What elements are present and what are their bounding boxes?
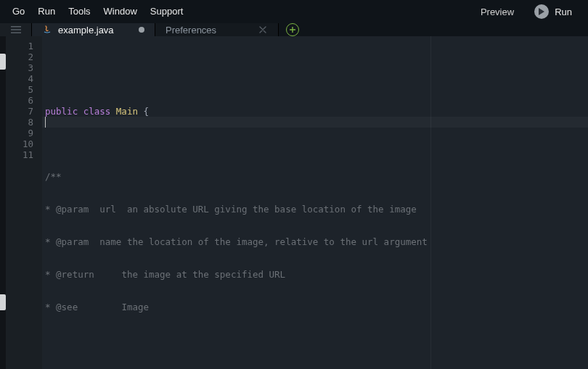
svg-rect-2	[11, 32, 21, 33]
menu-window[interactable]: Window	[97, 0, 144, 23]
preview-label: Preview	[470, 7, 524, 17]
tab-bar: example.java Preferences	[0, 23, 588, 36]
menu-run[interactable]: Run	[31, 0, 62, 23]
hamburger-icon	[11, 25, 21, 34]
code-line: * @param url an absolute URL giving the …	[45, 204, 588, 215]
line-number: 5	[6, 84, 33, 95]
code-line	[45, 138, 588, 149]
active-line-highlight	[42, 117, 588, 128]
tab-title: example.java	[58, 25, 114, 36]
close-icon[interactable]	[258, 25, 268, 35]
svg-rect-1	[11, 29, 21, 30]
modified-indicator-icon	[139, 27, 144, 33]
line-number: 11	[6, 149, 33, 160]
line-number: 8	[6, 117, 33, 128]
java-file-icon	[42, 25, 52, 35]
line-number: 3	[6, 62, 33, 73]
line-number: 9	[6, 128, 33, 138]
tab-preferences[interactable]: Preferences	[155, 23, 279, 36]
text-cursor	[45, 117, 46, 128]
menu-tools[interactable]: Tools	[62, 0, 97, 23]
code-line: * @param name the location of the image,…	[45, 236, 588, 247]
new-tab-button[interactable]	[279, 23, 306, 36]
line-number: 6	[6, 95, 33, 106]
code-line: /**	[45, 171, 588, 182]
column-ruler	[430, 36, 431, 369]
line-number: 1	[6, 41, 33, 51]
menubar: Go Run Tools Window Support Preview Run	[0, 0, 588, 23]
tab-title: Preferences	[166, 25, 216, 36]
line-number: 4	[6, 73, 33, 84]
code-line: * @see Image	[45, 302, 588, 312]
svg-rect-0	[11, 26, 21, 28]
line-number: 2	[6, 51, 33, 62]
sidebar-toggle-button[interactable]	[0, 23, 32, 36]
run-button-label: Run	[555, 7, 572, 17]
line-number: 10	[6, 138, 33, 149]
menu-go[interactable]: Go	[6, 0, 31, 23]
code-content[interactable]: public class Main { /** * @param url an …	[42, 36, 588, 369]
marker-strip	[0, 36, 6, 369]
editor: 1 2 3 4 5 6 7 8 9 10 11 public class Mai…	[0, 36, 588, 369]
code-line: public class Main {	[45, 106, 588, 117]
menu-support[interactable]: Support	[144, 0, 190, 23]
run-button[interactable]: Run	[524, 4, 582, 19]
plus-icon	[286, 23, 299, 36]
code-line: * @return the image at the specified URL	[45, 269, 588, 280]
code-line	[45, 334, 588, 345]
fold-marker-icon[interactable]	[0, 54, 6, 70]
fold-marker-icon[interactable]	[0, 294, 6, 310]
line-number-gutter: 1 2 3 4 5 6 7 8 9 10 11	[6, 36, 42, 369]
play-icon	[534, 4, 549, 19]
line-number: 7	[6, 106, 33, 117]
tab-example-java[interactable]: example.java	[32, 23, 155, 36]
